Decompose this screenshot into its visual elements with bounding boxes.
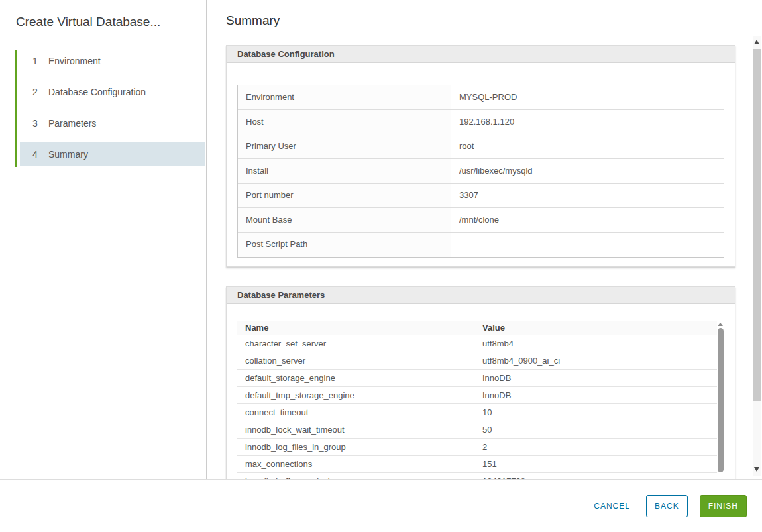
table-row: default_tmp_storage_engine InnoDB: [237, 387, 724, 404]
database-parameters-table: Name Value character_set_server utf8mb4: [237, 321, 724, 479]
row-label: Post Script Path: [238, 233, 451, 257]
parameter-name: collation_server: [237, 352, 474, 369]
parameter-name: default_storage_engine: [237, 370, 474, 386]
row-label: Port number: [238, 184, 451, 207]
parameter-value: utf8mb4: [474, 335, 724, 352]
row-label: Environment: [238, 85, 451, 109]
step-number: 4: [32, 149, 38, 160]
row-value: /usr/libexec/mysqld: [451, 159, 724, 183]
cancel-button[interactable]: CANCEL: [590, 495, 634, 517]
wizard-main-panel: Summary Database Configuration Environme…: [207, 0, 762, 479]
create-virtual-database-wizard: Create Virtual Database... 1 Environment…: [0, 0, 762, 532]
step-number: 2: [32, 87, 38, 97]
table-row: Post Script Path: [238, 233, 724, 257]
wizard-content: Create Virtual Database... 1 Environment…: [0, 0, 762, 479]
parameter-name: max_connections: [237, 456, 474, 472]
parameter-name: innodb_buffer_pool_size: [237, 473, 474, 479]
table-row: Environment MYSQL-PROD: [238, 85, 724, 110]
main-scrollbar[interactable]: [753, 36, 761, 476]
step-label: Summary: [48, 149, 88, 160]
parameter-value: 50: [474, 421, 724, 438]
row-value: MYSQL-PROD: [451, 85, 724, 109]
step-label: Environment: [48, 56, 101, 66]
row-value: root: [451, 134, 724, 158]
scroll-up-icon[interactable]: [718, 323, 723, 326]
parameter-name: default_tmp_storage_engine: [237, 387, 474, 403]
column-header-value: Value: [474, 321, 724, 335]
parameter-name: innodb_lock_wait_timeout: [237, 421, 474, 438]
step-label: Database Configuration: [48, 87, 146, 97]
wizard-step[interactable]: 3 Parameters: [20, 111, 205, 134]
wizard-step[interactable]: 1 Environment: [20, 49, 205, 72]
parameter-value: InnoDB: [474, 370, 724, 386]
parameters-table-header: Name Value: [237, 321, 724, 335]
database-parameters-section: Database Parameters Name Value character…: [226, 286, 735, 479]
wizard-title: Create Virtual Database...: [16, 15, 190, 29]
scroll-down-icon[interactable]: [754, 467, 759, 472]
parameter-value: 134217728: [474, 473, 724, 479]
row-label: Primary User: [238, 134, 451, 158]
step-label: Parameters: [48, 118, 96, 129]
parameter-name: innodb_log_files_in_group: [237, 439, 474, 455]
step-number: 1: [32, 56, 38, 66]
step-number: 3: [32, 118, 38, 129]
database-configuration-table: Environment MYSQL-PROD Host 192.168.1.12…: [237, 85, 724, 258]
row-label: Mount Base: [238, 208, 451, 232]
wizard-footer: CANCEL BACK FINISH: [0, 479, 762, 532]
database-configuration-section-header: Database Configuration: [227, 46, 735, 63]
page-title: Summary: [226, 13, 735, 28]
scroll-up-icon[interactable]: [754, 40, 759, 44]
wizard-sidebar: Create Virtual Database... 1 Environment…: [0, 0, 207, 479]
wizard-step[interactable]: 4 Summary: [20, 142, 205, 166]
row-value: 192.168.1.120: [451, 110, 724, 134]
row-label: Host: [238, 110, 451, 134]
back-button[interactable]: BACK: [646, 495, 688, 517]
parameters-scrollbar[interactable]: [717, 321, 724, 479]
table-row: Host 192.168.1.120: [238, 110, 724, 134]
table-row: Primary User root: [238, 134, 724, 159]
scrollbar-thumb[interactable]: [718, 328, 724, 472]
parameter-value: 151: [474, 456, 724, 472]
row-label: Install: [238, 159, 451, 183]
row-value: 3307: [451, 184, 724, 207]
parameter-value: 10: [474, 404, 724, 421]
database-configuration-body: Environment MYSQL-PROD Host 192.168.1.12…: [227, 63, 735, 266]
table-row: innodb_lock_wait_timeout 50: [237, 421, 724, 439]
table-row: Port number 3307: [238, 184, 724, 208]
table-row: connect_timeout 10: [237, 404, 724, 421]
wizard-steps: 1 Environment 2 Database Configuration 3…: [0, 49, 206, 166]
database-parameters-body: Name Value character_set_server utf8mb4: [227, 304, 735, 479]
parameter-value: 2: [474, 439, 724, 455]
parameter-value: InnoDB: [474, 387, 724, 403]
row-value: /mnt/clone: [451, 208, 724, 232]
table-row: collation_server utf8mb4_0900_ai_ci: [237, 352, 724, 370]
table-row: max_connections 151: [237, 456, 724, 473]
finish-button[interactable]: FINISH: [700, 495, 747, 517]
table-row: innodb_buffer_pool_size 134217728: [237, 473, 724, 479]
table-row: default_storage_engine InnoDB: [237, 370, 724, 387]
parameters-table-rows: character_set_server utf8mb4 collation_s…: [237, 335, 724, 479]
column-header-name: Name: [237, 321, 474, 335]
wizard-step[interactable]: 2 Database Configuration: [20, 80, 205, 103]
parameter-value: utf8mb4_0900_ai_ci: [474, 352, 724, 369]
table-row: Install /usr/libexec/mysqld: [238, 159, 724, 184]
parameter-name: connect_timeout: [237, 404, 474, 421]
database-parameters-section-header: Database Parameters: [227, 287, 735, 304]
scrollbar-thumb[interactable]: [753, 49, 761, 401]
table-row: innodb_log_files_in_group 2: [237, 439, 724, 456]
database-configuration-section: Database Configuration Environment MYSQL…: [226, 45, 735, 267]
row-value: [451, 233, 724, 257]
table-row: character_set_server utf8mb4: [237, 335, 724, 352]
parameter-name: character_set_server: [237, 335, 474, 352]
table-row: Mount Base /mnt/clone: [238, 208, 724, 233]
